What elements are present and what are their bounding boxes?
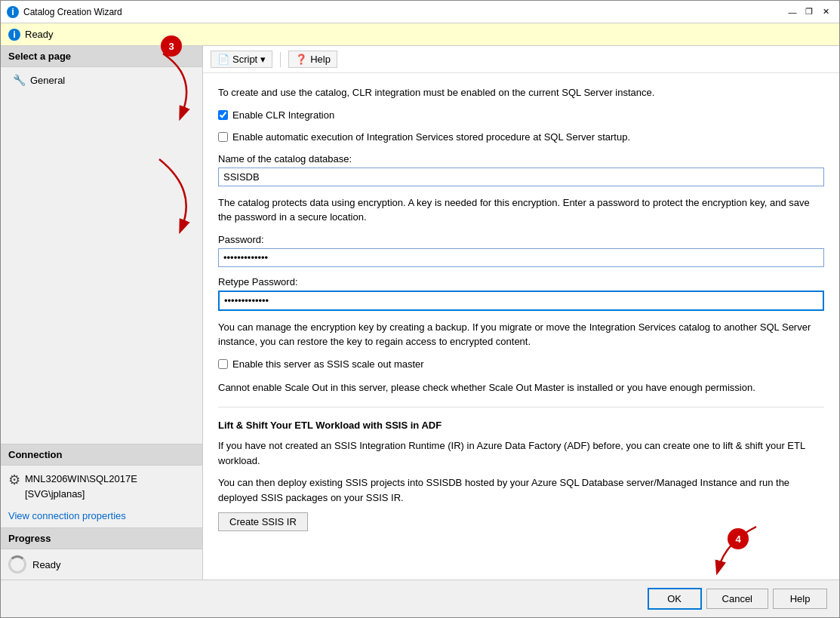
script-dropdown-icon: ▾ — [260, 54, 266, 65]
catalog-name-label: Name of the catalog database: — [218, 153, 824, 164]
bottom-bar: 4 OK Cancel Help — [1, 580, 839, 617]
scale-out-label: Enable this server as SSIS scale out mas… — [232, 358, 424, 370]
script-icon: 📄 — [217, 54, 229, 65]
toolbar: 📄 Script ▾ ❓ Help — [203, 46, 839, 73]
sidebar-nav: 🔧 General — [1, 67, 202, 93]
title-bar: i Catalog Creation Wizard — ❐ ✕ — [1, 1, 839, 23]
content-area: To create and use the catalog, CLR integ… — [203, 73, 839, 580]
right-panel: 📄 Script ▾ ❓ Help To create and use the … — [203, 46, 839, 580]
help-button[interactable]: ❓ Help — [288, 51, 337, 68]
annotation-3: 3 — [161, 35, 182, 57]
connection-user: [SVG\jplanas] — [25, 487, 137, 502]
ok-button[interactable]: OK — [648, 588, 702, 610]
section-divider — [218, 407, 824, 407]
retype-password-input[interactable] — [218, 291, 824, 311]
connection-info: ⚙ MNL3206WIN\SQL2017E [SVG\jplanas] — [1, 466, 202, 507]
key-desc: You can manage the encryption key by cre… — [218, 320, 824, 349]
enable-clr-row: Enable CLR Integration — [218, 109, 824, 121]
password-label: Password: — [218, 234, 824, 245]
password-input[interactable] — [218, 248, 824, 267]
enable-clr-label: Enable CLR Integration — [232, 109, 334, 121]
help-icon: ❓ — [295, 54, 307, 65]
status-text: Ready — [25, 29, 54, 40]
progress-spinner — [8, 555, 26, 573]
window-title: Catalog Creation Wizard — [23, 7, 785, 17]
catalog-name-input[interactable] — [218, 168, 824, 186]
clr-info-text: To create and use the catalog, CLR integ… — [218, 85, 824, 100]
sidebar-item-general-label: General — [30, 75, 65, 86]
close-button[interactable]: ✕ — [818, 5, 833, 20]
lift-shift-desc2: You can then deploy existing SSIS projec… — [218, 475, 824, 505]
script-button[interactable]: 📄 Script ▾ — [211, 51, 272, 68]
scale-out-row: Enable this server as SSIS scale out mas… — [218, 358, 824, 370]
progress-text: Ready — [32, 559, 61, 570]
lift-shift-desc1: If you have not created an SSIS Integrat… — [218, 438, 824, 468]
connection-text: MNL3206WIN\SQL2017E [SVG\jplanas] — [25, 472, 137, 501]
progress-status: Ready — [1, 549, 202, 580]
script-label: Script — [232, 54, 257, 65]
cancel-button[interactable]: Cancel — [706, 589, 768, 609]
help-footer-button[interactable]: Help — [773, 589, 827, 609]
auto-exec-checkbox[interactable] — [218, 132, 228, 142]
help-label: Help — [310, 54, 331, 65]
progress-header: Progress — [1, 527, 202, 549]
annotation-4: 4 — [728, 528, 749, 549]
scale-out-note: Cannot enable Scale Out in this server, … — [218, 380, 824, 395]
enable-clr-checkbox[interactable] — [218, 110, 228, 120]
main-window: i Catalog Creation Wizard — ❐ ✕ i Ready … — [0, 0, 840, 618]
progress-section: Progress Ready — [1, 527, 202, 580]
sidebar: Select a page 🔧 General Connection ⚙ MNL… — [1, 46, 203, 580]
minimize-button[interactable]: — — [785, 5, 800, 20]
sidebar-item-general[interactable]: 🔧 General — [1, 70, 202, 90]
create-ssis-ir-button[interactable]: Create SSIS IR — [218, 512, 308, 531]
scale-out-checkbox[interactable] — [218, 359, 228, 369]
main-content: Select a page 🔧 General Connection ⚙ MNL… — [1, 46, 839, 580]
auto-exec-row: Enable automatic execution of Integratio… — [218, 131, 824, 143]
status-bar: i Ready — [1, 23, 839, 46]
connection-header: Connection — [1, 444, 202, 466]
restore-button[interactable]: ❐ — [802, 5, 817, 20]
connection-icon: ⚙ — [8, 472, 20, 488]
window-icon: i — [7, 6, 19, 18]
encryption-desc: The catalog protects data using encrypti… — [218, 195, 824, 225]
toolbar-separator — [280, 52, 281, 67]
connection-server: MNL3206WIN\SQL2017E — [25, 472, 137, 487]
wrench-icon: 🔧 — [13, 74, 26, 86]
retype-password-label: Retype Password: — [218, 276, 824, 287]
auto-exec-label: Enable automatic execution of Integratio… — [232, 131, 630, 143]
lift-shift-title: Lift & Shift Your ETL Workload with SSIS… — [218, 420, 824, 431]
view-connection-link[interactable]: View connection properties — [1, 507, 202, 527]
status-icon: i — [8, 29, 20, 41]
window-controls: — ❐ ✕ — [785, 5, 833, 20]
connection-section: Connection ⚙ MNL3206WIN\SQL2017E [SVG\jp… — [1, 444, 202, 527]
